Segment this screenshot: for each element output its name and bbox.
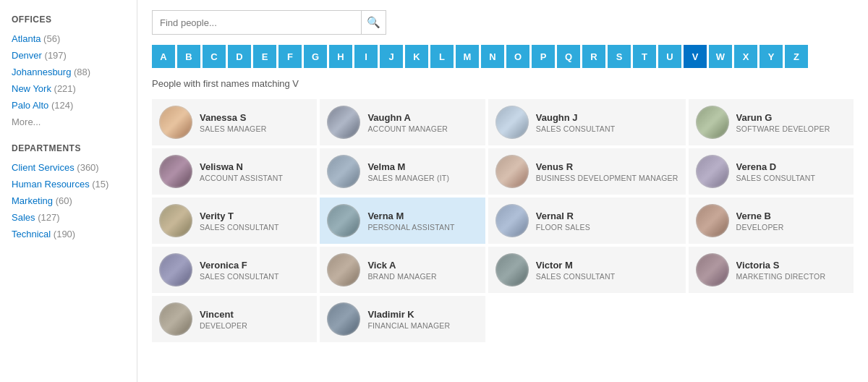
person-name: Vick A [367, 260, 477, 271]
person-card[interactable]: Vick ABRAND MANAGER [320, 247, 485, 293]
alpha-btn-g[interactable]: G [304, 45, 327, 68]
sidebar-dept-client-services[interactable]: Client Services (360) [12, 159, 125, 176]
sidebar-office-atlanta[interactable]: Atlanta (56) [12, 30, 125, 47]
person-card[interactable]: Victor MSALES CONSULTANT [488, 247, 686, 293]
person-name: Victoria S [736, 260, 846, 271]
person-name: Vincent [200, 309, 310, 320]
sidebar-office-palo-alto[interactable]: Palo Alto (124) [12, 97, 125, 114]
person-role: SOFTWARE DEVELOPER [736, 124, 846, 133]
sidebar-office-denver[interactable]: Denver (197) [12, 47, 125, 64]
people-grid: Vanessa SSALES MANAGERVaughn AACCOUNT MA… [152, 99, 854, 342]
person-card[interactable]: Verna MPERSONAL ASSISTANT [320, 198, 485, 244]
person-name: Varun G [736, 112, 846, 123]
person-role: SALES MANAGER [200, 124, 310, 133]
person-card[interactable]: VincentDEVELOPER [152, 296, 317, 342]
person-name: Victor M [536, 260, 678, 271]
alpha-btn-r[interactable]: R [582, 45, 605, 68]
person-role: MARKETING DIRECTOR [736, 272, 846, 281]
alpha-btn-u[interactable]: U [658, 45, 681, 68]
alpha-btn-h[interactable]: H [329, 45, 352, 68]
alpha-btn-f[interactable]: F [278, 45, 302, 68]
person-name: Vaughn A [367, 112, 477, 123]
app-layout: OFFICES Atlanta (56)Denver (197)Johannes… [0, 0, 868, 382]
person-role: BUSINESS DEVELOPMENT MANAGER [536, 174, 678, 182]
person-role: SALES CONSULTANT [736, 174, 846, 182]
matching-label: People with first names matching V [152, 78, 854, 89]
alpha-btn-e[interactable]: E [253, 45, 276, 68]
person-role: PERSONAL ASSISTANT [367, 223, 477, 232]
person-card[interactable]: Verena DSALES CONSULTANT [689, 148, 854, 195]
person-name: Veronica F [200, 260, 310, 271]
person-name: Vernal R [536, 211, 678, 221]
sidebar: OFFICES Atlanta (56)Denver (197)Johannes… [0, 0, 137, 382]
search-input[interactable] [152, 10, 362, 35]
sidebar-dept-sales[interactable]: Sales (127) [12, 209, 125, 226]
search-bar: 🔍 [152, 10, 854, 35]
person-card[interactable]: Veliswa NACCOUNT ASSISTANT [152, 148, 317, 195]
person-name: Verity T [200, 211, 310, 221]
person-name: Vaughn J [536, 112, 678, 123]
person-name: Verena D [736, 161, 846, 172]
alpha-btn-b[interactable]: B [177, 45, 200, 68]
person-card[interactable]: Victoria SMARKETING DIRECTOR [689, 247, 854, 293]
alpha-btn-o[interactable]: O [506, 45, 529, 68]
alpha-btn-j[interactable]: J [380, 45, 403, 68]
alpha-btn-p[interactable]: P [532, 45, 555, 68]
person-card[interactable]: Verne BDEVELOPER [689, 198, 854, 244]
alpha-btn-a[interactable]: A [152, 45, 175, 68]
sidebar-office-new-york[interactable]: New York (221) [12, 80, 125, 97]
alpha-btn-n[interactable]: N [481, 45, 504, 68]
person-card[interactable]: Veronica FSALES CONSULTANT [152, 247, 317, 293]
alpha-btn-x[interactable]: X [734, 45, 757, 68]
alpha-btn-l[interactable]: L [430, 45, 454, 68]
more-offices[interactable]: More... [12, 114, 125, 130]
person-role: BRAND MANAGER [367, 272, 477, 281]
person-name: Vladimir K [367, 309, 477, 320]
sidebar-dept-technical[interactable]: Technical (190) [12, 226, 125, 242]
alphabet-bar: ABCDEFGHIJKLMNOPQRSTUVWXYZ [152, 45, 854, 68]
person-card[interactable]: Verity TSALES CONSULTANT [152, 198, 317, 244]
person-role: FINANCIAL MANAGER [367, 321, 477, 330]
alpha-btn-i[interactable]: I [354, 45, 378, 68]
sidebar-office-johannesburg[interactable]: Johannesburg (88) [12, 64, 125, 80]
offices-title: OFFICES [12, 14, 125, 25]
person-card[interactable]: Vladimir KFINANCIAL MANAGER [320, 296, 485, 342]
person-role: FLOOR SALES [536, 223, 678, 232]
alpha-btn-c[interactable]: C [203, 45, 226, 68]
person-name: Verne B [736, 211, 846, 221]
alpha-btn-v[interactable]: V [684, 45, 707, 68]
sidebar-dept-human-resources[interactable]: Human Resources (15) [12, 176, 125, 192]
person-role: SALES CONSULTANT [200, 223, 310, 232]
person-card[interactable]: Vernal RFLOOR SALES [488, 198, 686, 244]
alpha-btn-w[interactable]: W [709, 45, 732, 68]
person-card[interactable]: Varun GSOFTWARE DEVELOPER [689, 99, 854, 145]
person-role: ACCOUNT MANAGER [367, 124, 477, 133]
departments-title: DEPARTMENTS [12, 143, 125, 153]
alpha-btn-q[interactable]: Q [557, 45, 580, 68]
alpha-btn-t[interactable]: T [633, 45, 656, 68]
main-content: 🔍 ABCDEFGHIJKLMNOPQRSTUVWXYZ People with… [137, 0, 868, 382]
person-role: ACCOUNT ASSISTANT [200, 174, 310, 182]
person-name: Venus R [536, 161, 678, 172]
person-role: SALES CONSULTANT [536, 272, 678, 281]
person-name: Velma M [367, 161, 477, 172]
person-role: DEVELOPER [736, 223, 846, 232]
person-name: Verna M [367, 211, 477, 221]
person-card[interactable]: Velma MSALES MANAGER (IT) [320, 148, 485, 195]
search-button[interactable]: 🔍 [362, 10, 386, 35]
person-name: Vanessa S [200, 112, 310, 123]
alpha-btn-k[interactable]: K [405, 45, 428, 68]
person-role: SALES CONSULTANT [200, 272, 310, 281]
person-name: Veliswa N [200, 161, 310, 172]
alpha-btn-s[interactable]: S [608, 45, 631, 68]
sidebar-dept-marketing[interactable]: Marketing (60) [12, 192, 125, 209]
person-role: SALES MANAGER (IT) [367, 174, 477, 182]
alpha-btn-m[interactable]: M [456, 45, 479, 68]
person-card[interactable]: Vaughn AACCOUNT MANAGER [320, 99, 485, 145]
person-card[interactable]: Vanessa SSALES MANAGER [152, 99, 317, 145]
alpha-btn-z[interactable]: Z [785, 45, 808, 68]
alpha-btn-y[interactable]: Y [760, 45, 783, 68]
person-card[interactable]: Venus RBUSINESS DEVELOPMENT MANAGER [488, 148, 686, 195]
alpha-btn-d[interactable]: D [228, 45, 251, 68]
person-card[interactable]: Vaughn JSALES CONSULTANT [488, 99, 686, 145]
